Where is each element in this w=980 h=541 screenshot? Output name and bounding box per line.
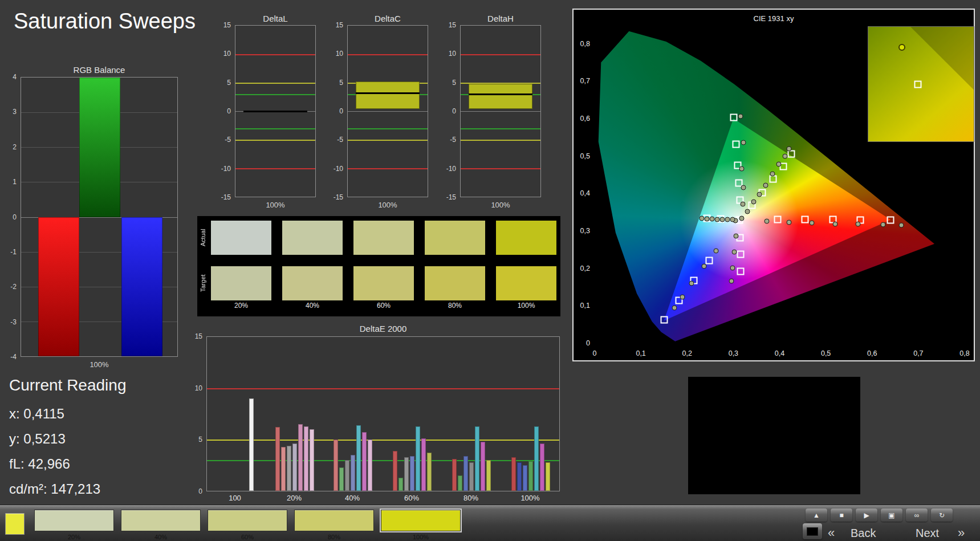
pattern-swatch[interactable] [294, 510, 374, 531]
reference-line [348, 168, 428, 169]
y-tick-label: -10 [334, 165, 343, 172]
deltae-bar [452, 459, 457, 491]
y-tick-label: 0,6 [580, 115, 590, 123]
stop-button[interactable]: ■ [831, 509, 852, 522]
pattern-swatch[interactable] [381, 510, 461, 531]
pattern-swatch[interactable] [208, 510, 287, 531]
pattern-swatch-label: 60% [208, 534, 287, 540]
y-tick-label: 0 [586, 339, 590, 347]
gridline [235, 111, 315, 112]
deltae-bar [469, 462, 474, 491]
target-marker [887, 217, 894, 224]
measurement-marker [739, 215, 744, 221]
measured-value-marker [243, 111, 307, 112]
measurement-marker [763, 182, 768, 188]
column-label: 20% [211, 302, 271, 310]
delta-plot [235, 25, 316, 197]
reading-x: x: 0,4115 [9, 406, 64, 422]
deltae-bar [427, 453, 432, 491]
measurement-marker [832, 221, 837, 226]
reference-line [348, 128, 428, 129]
pattern-swatch[interactable] [121, 510, 201, 531]
play-icon: ▶ [864, 512, 869, 519]
x-tick-label: 0,7 [913, 349, 923, 357]
y-tick-label: 10 [449, 50, 456, 57]
gridline [348, 83, 428, 83]
back-button[interactable]: Back [851, 527, 876, 540]
play-button[interactable]: ▶ [856, 509, 877, 522]
rgb-bar-blue [121, 217, 162, 357]
gridline [235, 140, 315, 140]
y-tick-label: 0 [13, 214, 17, 221]
y-tick-label: 10 [195, 385, 202, 392]
next-button[interactable]: Next [916, 527, 939, 540]
delta-x-label: 100% [460, 201, 541, 209]
target-marker [737, 267, 745, 275]
color-swatch [425, 221, 485, 255]
measurement-marker [738, 113, 743, 119]
measurement-marker [713, 248, 718, 253]
target-marker [730, 114, 738, 121]
deltae-x-axis: 10020%40%60%80%100% [206, 494, 560, 503]
x-tick-label: 0,8 [959, 349, 969, 357]
deltae-bar [339, 467, 344, 491]
x-tick-label: 0,1 [636, 349, 645, 357]
measurement-marker [786, 219, 791, 225]
infinity-icon: ∞ [914, 512, 920, 519]
deltae-bar [351, 455, 355, 491]
back-chevron-icon[interactable]: « [828, 526, 835, 540]
measurement-marker [745, 209, 750, 214]
next-chevron-icon[interactable]: » [958, 526, 965, 540]
x-tick-label: 100 [229, 494, 241, 502]
eject-button[interactable]: ▲ [806, 509, 827, 522]
deltae-bar [458, 475, 462, 491]
target-marker [737, 251, 744, 258]
y-tick-label: 15 [336, 22, 343, 29]
y-tick-label: 15 [223, 22, 231, 29]
deltae-bar [304, 426, 308, 491]
gridline [348, 111, 428, 112]
cie-1931-panel: CIE 1931 xy 00,10,20,30,40,50,60,70,8 00… [572, 9, 975, 361]
y-tick-label: 3 [13, 108, 17, 115]
color-swatch [496, 266, 556, 300]
x-tick-label: 0 [593, 349, 597, 357]
refresh-button[interactable]: ↻ [931, 509, 953, 522]
y-tick-label: 5 [198, 436, 202, 443]
deltae-bar [310, 429, 314, 491]
reading-fl: fL: 42,966 [9, 456, 70, 472]
stop-icon: ■ [839, 512, 843, 519]
x-tick-label: 0,2 [682, 349, 692, 357]
measurement-marker [731, 250, 737, 255]
y-tick-label: -5 [225, 136, 231, 143]
y-tick-label: 0 [198, 488, 202, 495]
measurement-marker [729, 279, 734, 284]
y-tick-label: -10 [446, 165, 456, 172]
measurement-marker [881, 222, 886, 227]
deltae-bar [368, 440, 372, 491]
y-tick-label: 0,7 [580, 77, 590, 85]
measurement-marker [757, 192, 762, 197]
current-pattern-swatch[interactable] [5, 513, 25, 535]
gridline [235, 168, 315, 169]
reference-line [461, 83, 540, 84]
y-tick-label: -10 [221, 165, 231, 172]
actual-target-swatch-table: ActualTarget20%40%60%80%100% [197, 216, 560, 316]
y-tick-label: 5 [339, 79, 343, 86]
y-tick-label: 10 [223, 50, 231, 57]
pattern-button[interactable]: ▣ [881, 509, 902, 522]
pattern-swatch-label: 80% [294, 534, 374, 540]
pattern-swatch-label: 40% [121, 534, 201, 540]
x-tick-label: 0,4 [775, 349, 784, 357]
deltae-bar [334, 440, 338, 491]
column-label: 100% [496, 302, 556, 310]
measurement-marker [702, 264, 707, 269]
blank-screen-button[interactable] [803, 523, 822, 539]
eject-icon: ▲ [813, 512, 820, 519]
y-tick-label: 0,3 [580, 227, 590, 235]
target-marker [770, 176, 777, 183]
reference-line [207, 388, 559, 389]
continuous-button[interactable]: ∞ [906, 509, 928, 522]
pattern-swatch[interactable] [34, 510, 114, 531]
deltae-title: DeltaE 2000 [206, 324, 560, 333]
rgb-balance-y-axis: 43210-1-2-3-4 [1, 77, 18, 357]
